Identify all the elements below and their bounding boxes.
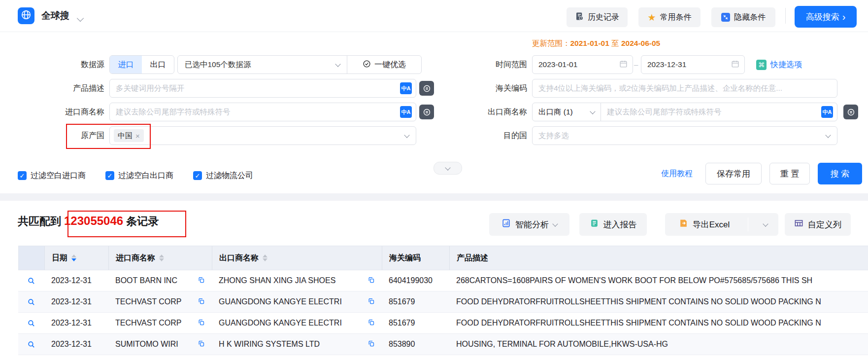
copy-icon[interactable] — [367, 297, 375, 307]
reset-button[interactable]: 重 置 — [769, 163, 810, 184]
dest-country-field[interactable] — [533, 131, 826, 140]
date-end-value[interactable] — [641, 60, 731, 69]
topbar: 全球搜 历史记录 ★ 常用条件 隐藏条件 高级搜索 › — [0, 0, 868, 32]
product-desc-input[interactable]: 中A — [109, 79, 416, 98]
copy-icon[interactable] — [367, 276, 375, 286]
copy-icon[interactable] — [198, 297, 205, 307]
columns-grid-icon — [794, 218, 803, 230]
filter-blank-exporter-checkbox[interactable]: ✓ — [105, 171, 114, 180]
cell-exporter: GUANGDONG KANGYE ELECTRI — [212, 313, 382, 333]
importer-label: 进口商名称 — [26, 103, 104, 121]
collapse-icon — [721, 13, 730, 22]
row-search-button[interactable] — [18, 270, 44, 291]
chevron-down-icon[interactable] — [78, 14, 83, 23]
export-dropdown-button[interactable] — [753, 213, 778, 236]
update-range: 更新范围：2021-01-01 至 2024-06-05 — [532, 38, 660, 49]
exporter-type-value: 出口商 (1) — [538, 107, 573, 117]
divider — [748, 218, 748, 231]
row-search-button[interactable] — [18, 334, 44, 355]
cell-product-desc: FOOD DEHYDRATORFRUITROLLSHEETTHIS SHIPME… — [449, 291, 868, 312]
quick-options-link[interactable]: 快捷选项 — [770, 55, 802, 74]
sort-icon[interactable] — [159, 254, 164, 261]
custom-columns-button[interactable]: 自定义列 — [785, 213, 851, 236]
cell-hs-code: 851679 — [382, 291, 449, 312]
exporter-input-group: 出口商 (1) 中A — [532, 103, 837, 121]
header-exporter[interactable]: 出口商名称 — [212, 246, 382, 270]
importer-field[interactable] — [110, 108, 416, 116]
origin-country-label: 原产国 — [26, 126, 104, 145]
calendar-icon — [619, 60, 628, 70]
datasource-select[interactable]: 已选中105个数据源 — [178, 56, 347, 73]
translate-icon[interactable]: 中A — [400, 82, 412, 94]
history-button[interactable]: 历史记录 — [567, 7, 628, 27]
filter-logistics-label: 过滤物流公司 — [206, 170, 253, 182]
one-click-optimize-button[interactable]: 一键优选 — [347, 56, 421, 73]
copy-icon[interactable] — [198, 276, 205, 286]
datasource-label: 数据源 — [26, 55, 104, 74]
section-divider — [0, 193, 868, 201]
header-date[interactable]: 日期 — [45, 246, 109, 270]
cell-exporter: GUANGDONG KANGYE ELECTRI — [212, 291, 382, 312]
bi-chart-icon — [501, 218, 511, 230]
enter-report-button[interactable]: 进入报告 — [579, 213, 647, 236]
header-importer[interactable]: 进口商名称 — [109, 246, 212, 270]
optimize-label: 一键优选 — [374, 60, 406, 70]
date-end-input[interactable] — [641, 55, 745, 74]
row-search-button[interactable] — [18, 313, 44, 333]
check-icon: ✓ — [107, 172, 113, 180]
synonym-icon[interactable] — [843, 105, 858, 119]
save-common-button[interactable]: 保存常用 — [705, 163, 762, 184]
smart-analysis-button[interactable]: 智能分析 — [489, 213, 569, 236]
chevron-down-icon — [552, 221, 558, 226]
synonym-icon[interactable] — [419, 105, 434, 119]
product-desc-field[interactable] — [110, 84, 416, 93]
chevron-down-icon — [763, 221, 768, 226]
tab-export[interactable]: 出口 — [142, 56, 174, 73]
close-icon[interactable]: × — [135, 132, 140, 140]
chevron-down-icon — [404, 132, 409, 138]
export-excel-button[interactable]: 导出Excel — [665, 213, 743, 236]
tutorial-link[interactable]: 使用教程 — [661, 163, 693, 184]
synonym-icon[interactable] — [419, 81, 434, 96]
chevron-down-icon — [590, 109, 595, 114]
copy-icon[interactable] — [367, 340, 375, 349]
cell-importer: TECHVAST CORP — [108, 313, 212, 333]
sort-icon[interactable] — [263, 254, 267, 261]
smart-analysis-label: 智能分析 — [515, 219, 549, 230]
hs-code-input[interactable] — [532, 79, 837, 98]
table-row: 2023-12-31 TECHVAST CORP GUANGDONG KANGY… — [18, 291, 868, 313]
advanced-search-button[interactable]: 高级搜索 › — [795, 6, 857, 28]
copy-icon[interactable] — [367, 319, 375, 328]
date-start-value[interactable] — [533, 60, 619, 69]
copy-icon[interactable] — [198, 319, 205, 328]
export-excel-group: 导出Excel — [665, 213, 778, 236]
row-search-button[interactable] — [18, 291, 44, 312]
collapse-form-button[interactable] — [434, 162, 462, 175]
chevron-right-icon: › — [842, 12, 846, 22]
favorites-button[interactable]: ★ 常用条件 — [638, 7, 701, 27]
check-icon: ✓ — [195, 172, 200, 180]
tab-import[interactable]: 进口 — [110, 56, 142, 73]
filter-logistics-checkbox[interactable]: ✓ — [193, 171, 202, 180]
dest-country-input[interactable] — [532, 126, 837, 145]
hide-conditions-button[interactable]: 隐藏条件 — [711, 7, 775, 27]
exporter-type-select[interactable]: 出口商 (1) — [533, 103, 601, 121]
sort-icon[interactable] — [71, 254, 76, 261]
cell-product-desc: FOOD DEHYDRATORFRUITROLLSHEETTHIS SHIPME… — [449, 313, 868, 333]
command-icon: ⌘ — [756, 60, 767, 70]
copy-icon[interactable] — [198, 340, 205, 349]
filter-blank-importer-checkbox[interactable]: ✓ — [18, 171, 27, 180]
cell-hs-code: 6404199030 — [382, 270, 449, 291]
origin-country-input[interactable]: 中国 × — [109, 126, 416, 145]
globe-icon — [21, 9, 32, 22]
translate-icon[interactable]: 中A — [821, 106, 833, 118]
origin-country-tag: 中国 × — [114, 129, 144, 142]
exporter-field[interactable] — [601, 108, 837, 116]
cell-hs-code: 853890 — [382, 334, 449, 355]
importer-input[interactable]: 中A — [109, 103, 416, 121]
translate-icon[interactable]: 中A — [400, 106, 412, 118]
search-button[interactable]: 搜 索 — [818, 163, 862, 184]
chevron-down-icon — [825, 132, 831, 138]
date-start-input[interactable] — [532, 55, 633, 74]
hs-code-field[interactable] — [533, 84, 837, 93]
